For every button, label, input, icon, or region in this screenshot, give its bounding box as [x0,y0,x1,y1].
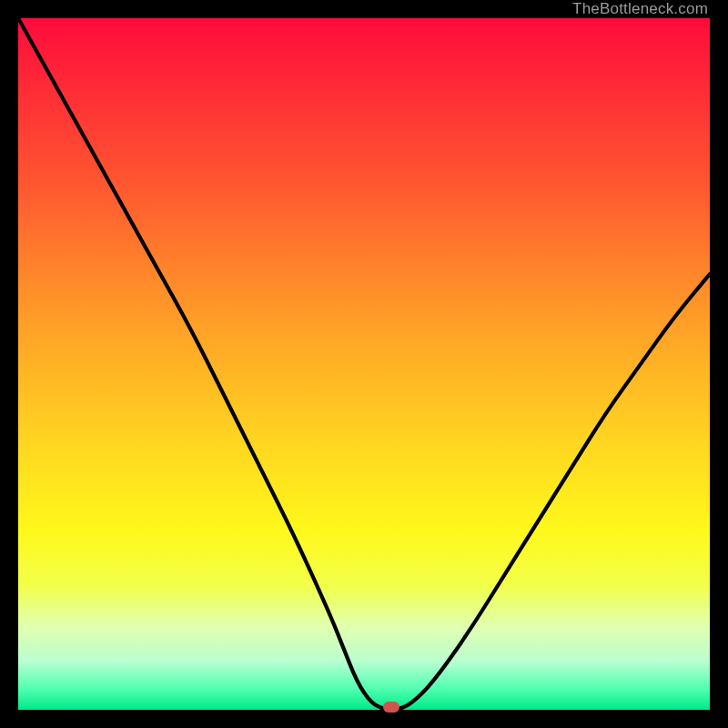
minimum-marker [383,702,399,713]
chart-frame: TheBottleneck.com [0,0,728,728]
bottleneck-curve [18,18,710,710]
curve-path [18,18,710,710]
plot-area [18,18,710,710]
watermark-label: TheBottleneck.com [572,0,708,18]
